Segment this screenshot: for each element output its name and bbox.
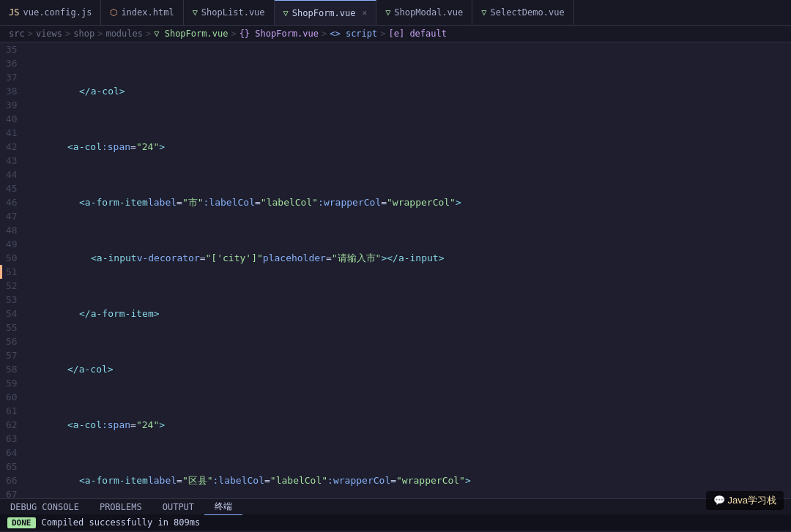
tab-close-shopform[interactable]: ✕: [363, 8, 368, 18]
tab-icon-shoplist: ▽: [193, 7, 198, 18]
panel-output: DONE Compiled successfully in 809ms: [0, 514, 791, 531]
tab-icon-html: ⬡: [110, 7, 117, 18]
tab-bar: JS vue.config.js ⬡ index.html ▽ ShopList…: [0, 0, 791, 26]
bc-script: <> script: [330, 29, 377, 39]
tab-label-selectdemo: SelectDemo.vue: [491, 7, 565, 18]
tab-selectdemo[interactable]: ▽ SelectDemo.vue: [472, 0, 573, 26]
panel-tabs: DEBUG CONSOLE PROBLEMS OUTPUT 终端: [0, 498, 791, 514]
tab-shopmodal[interactable]: ▽ ShopModal.vue: [376, 0, 472, 26]
tab-shoplist[interactable]: ▽ ShopList.vue: [184, 0, 275, 26]
bc-shopform-file: ▽ ShopForm.vue: [154, 29, 228, 39]
panel-tab-output[interactable]: OUTPUT: [152, 499, 204, 515]
panel-tab-debug-label: DEBUG CONSOLE: [10, 502, 79, 512]
line-41: <a-col :span="24">: [32, 418, 791, 432]
tab-label-shopform: ShopForm.vue: [292, 8, 356, 18]
tab-label-index-html: index.html: [121, 7, 174, 18]
line-40: </a-col>: [32, 362, 791, 376]
tab-vue-config[interactable]: JS vue.config.js: [0, 0, 101, 26]
breadcrumb: src > views > shop > modules > ▽ ShopFor…: [0, 26, 791, 42]
panel-tab-terminal-label: 终端: [215, 501, 232, 513]
line-38: <a-input v-decorator="['city']" placehol…: [32, 251, 791, 265]
line-42: <a-form-item label="区县" :labelCol="label…: [32, 473, 791, 487]
panel-tab-problems-label: PROBLEMS: [100, 502, 142, 512]
tab-label-shopmodal: ShopModal.vue: [394, 7, 463, 18]
bc-shop: shop: [73, 29, 94, 39]
tab-label-vue-config: vue.config.js: [23, 7, 92, 18]
line-numbers: 35 36 37 38 39 40 41 42 43 44 45 46 47 4…: [0, 42, 26, 498]
tab-icon-shopform: ▽: [283, 8, 289, 18]
tab-shopform[interactable]: ▽ ShopForm.vue ✕: [275, 0, 377, 26]
tab-icon-js: JS: [9, 7, 19, 18]
line-36: <a-col :span="24">: [32, 140, 791, 154]
bc-modules: modules: [105, 29, 143, 39]
panel-tab-debug[interactable]: DEBUG CONSOLE: [0, 499, 89, 515]
bc-src: src: [9, 29, 25, 39]
watermark: 💬 Java学习栈: [706, 491, 784, 510]
watermark-icon: 💬: [713, 495, 725, 506]
tab-label-shoplist: ShopList.vue: [201, 7, 265, 18]
code-lines: </a-col> <a-col :span="24"> <a-form-item…: [26, 42, 791, 498]
line-35: </a-col>: [32, 84, 791, 98]
line-37: <a-form-item label="市" :labelCol="labelC…: [32, 195, 791, 209]
compile-status: Compiled successfully in 809ms: [42, 517, 201, 528]
watermark-text: Java学习栈: [728, 495, 776, 506]
line-39: </a-form-item>: [32, 307, 791, 321]
tab-icon-selectdemo: ▽: [481, 7, 486, 18]
bc-shopform-obj: {} ShopForm.vue: [239, 29, 319, 39]
tab-index-html[interactable]: ⬡ index.html: [101, 0, 183, 26]
panel-tab-problems[interactable]: PROBLEMS: [89, 499, 152, 515]
panel-tab-terminal[interactable]: 终端: [204, 499, 242, 515]
status-badge: DONE: [7, 517, 36, 528]
bc-default: [e] default: [389, 29, 447, 39]
panel-tab-output-label: OUTPUT: [163, 502, 194, 512]
tab-icon-shopmodal: ▽: [385, 7, 390, 18]
bc-views: views: [36, 29, 62, 39]
code-editor: 35 36 37 38 39 40 41 42 43 44 45 46 47 4…: [0, 42, 791, 498]
